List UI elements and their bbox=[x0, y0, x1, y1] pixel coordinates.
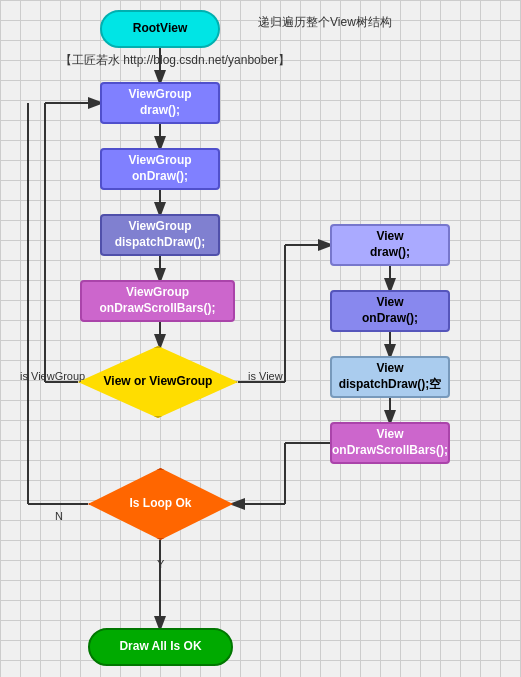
diagram-container: RootView 递归遍历整个View树结构 【工匠若水 http://blog… bbox=[0, 0, 521, 677]
label-y: Y bbox=[157, 558, 164, 570]
node-v-dispatchdraw: ViewdispatchDraw();空 bbox=[330, 356, 450, 398]
node-rootview: RootView bbox=[100, 10, 220, 48]
node-v-ondraw: ViewonDraw(); bbox=[330, 290, 450, 332]
node-diamond-vieworviewgroup: View or ViewGroup bbox=[78, 346, 238, 418]
node-vg-draw: ViewGroupdraw(); bbox=[100, 82, 220, 124]
node-draw-ok: Draw All Is OK bbox=[88, 628, 233, 666]
annotation-recursion: 递归遍历整个View树结构 bbox=[258, 14, 392, 31]
label-is-view: is View bbox=[248, 370, 283, 382]
label-is-viewgroup: is ViewGroup bbox=[20, 370, 85, 382]
annotation-author: 【工匠若水 http://blog.csdn.net/yanbober】 bbox=[60, 52, 290, 69]
node-v-draw: Viewdraw(); bbox=[330, 224, 450, 266]
node-v-ondrawscrollbars: ViewonDrawScrollBars(); bbox=[330, 422, 450, 464]
node-vg-dispatchdraw: ViewGroupdispatchDraw(); bbox=[100, 214, 220, 256]
node-vg-ondrawscrollbars: ViewGrouponDrawScrollBars(); bbox=[80, 280, 235, 322]
arrows-svg bbox=[0, 0, 521, 677]
node-loop-diamond: Is Loop Ok bbox=[88, 468, 233, 540]
label-n: N bbox=[55, 510, 63, 522]
node-vg-ondraw: ViewGrouponDraw(); bbox=[100, 148, 220, 190]
